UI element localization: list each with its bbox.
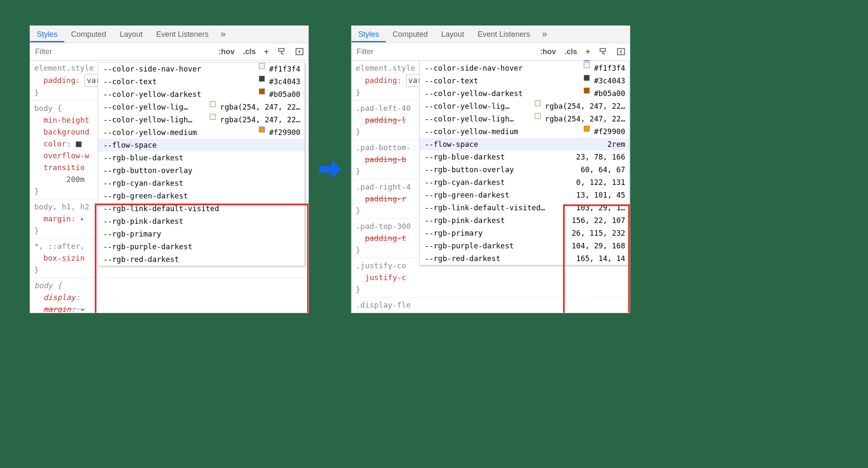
prop[interactable]: margin	[44, 305, 71, 313]
prop[interactable]: background	[44, 127, 89, 136]
autocomplete-popup[interactable]: --color-side-nav-hover#f1f3f4--color-tex…	[98, 62, 305, 266]
suggestion-item[interactable]: --rgb-link-default-visited	[98, 202, 305, 215]
prop[interactable]: justify-c	[365, 273, 407, 282]
suggestion-value: rgba(254, 247, 22…	[217, 114, 300, 126]
filter-input[interactable]	[30, 45, 214, 59]
prop[interactable]: color	[44, 139, 66, 148]
suggestion-item[interactable]: --rgb-button-overlay	[98, 164, 305, 177]
add-rule-button[interactable]: +	[581, 45, 594, 59]
suggestion-value: rgba(254, 247, 22…	[541, 113, 625, 125]
devtools-panel-left: Styles Computed Layout Event Listeners »…	[30, 25, 309, 313]
suggestion-item[interactable]: --rgb-purple-darkest	[98, 240, 305, 253]
selector: .display-fle	[356, 300, 411, 309]
filter-input[interactable]	[352, 45, 536, 59]
paint-icon[interactable]	[594, 44, 612, 59]
suggestion-item[interactable]: --color-yellow-ligh…rgba(254, 247, 22…	[420, 113, 629, 125]
cls-button[interactable]: .cls	[239, 45, 260, 59]
suggestion-item[interactable]: --color-yellow-medium#f29900	[420, 125, 629, 138]
suggestion-item[interactable]: --flow-space	[98, 139, 305, 151]
color-swatch[interactable]	[76, 141, 82, 147]
tab-event-listeners[interactable]: Event Listeners	[471, 27, 537, 42]
suggestion-item[interactable]: --rgb-pink-darkest	[98, 215, 305, 228]
hov-button[interactable]: :hov	[536, 45, 560, 59]
suggestion-value: #f29900	[591, 126, 625, 138]
suggestion-item[interactable]: --color-yellow-darkest#b05a00	[98, 88, 305, 101]
tab-bar: Styles Computed Layout Event Listeners »	[352, 26, 630, 43]
suggestion-name: --rgb-red-darkest	[103, 253, 300, 265]
brace-close: }	[356, 167, 360, 176]
suggestion-value: #f1f3f4	[266, 63, 300, 75]
suggestion-value: 2rem	[604, 138, 625, 150]
suggestion-item[interactable]: --rgb-button-overlay60, 64, 67	[420, 163, 629, 176]
suggestion-item[interactable]: --rgb-green-darkest13, 101, 45	[420, 189, 629, 201]
add-rule-button[interactable]: +	[260, 45, 273, 59]
suggestion-item[interactable]: --rgb-blue-darkest23, 78, 166	[420, 151, 629, 163]
suggestion-name: --rgb-pink-darkest	[103, 215, 300, 227]
tab-layout[interactable]: Layout	[113, 27, 149, 42]
suggestion-item[interactable]: --rgb-pink-darkest156, 22, 107	[420, 214, 629, 227]
prop[interactable]: box-sizin	[44, 253, 85, 262]
suggestion-item[interactable]: --color-yellow-medium#f29900	[98, 126, 305, 139]
selector: element.style {	[356, 63, 425, 72]
brace-close: }	[34, 187, 39, 195]
prop-padding[interactable]: padding	[365, 76, 397, 85]
selector: .pad-left-40	[356, 104, 411, 113]
suggestion-item[interactable]: --rgb-link-default-visited…103, 29, 1…	[420, 201, 629, 214]
cls-button[interactable]: .cls	[560, 45, 581, 59]
tab-computed[interactable]: Computed	[64, 27, 113, 42]
suggestion-item[interactable]: --color-side-nav-hover#f1f3f4	[98, 63, 305, 75]
suggestion-item[interactable]: --rgb-green-darkest	[98, 190, 305, 202]
styles-toolbar: :hov .cls +	[352, 43, 630, 61]
suggestion-item[interactable]: --rgb-red-darkest165, 14, 14	[420, 252, 629, 265]
suggestion-item[interactable]: --rgb-cyan-darkest	[98, 177, 305, 190]
suggestion-item[interactable]: --color-yellow-darkest#b05a00	[420, 87, 629, 100]
prop[interactable]: display	[44, 293, 76, 302]
suggestion-value: #b05a00	[266, 88, 300, 100]
suggestion-item[interactable]: --rgb-cyan-darkest0, 122, 131	[420, 176, 629, 189]
suggestion-item[interactable]: --color-text#3c4043	[420, 74, 629, 87]
tab-computed[interactable]: Computed	[386, 27, 434, 42]
svg-rect-0	[296, 49, 303, 55]
prop-padding[interactable]: padding	[44, 76, 76, 85]
suggestion-item[interactable]: --color-yellow-lig…rgba(254, 247, 22…	[98, 101, 305, 113]
hov-button[interactable]: :hov	[214, 45, 239, 59]
tab-styles[interactable]: Styles	[352, 27, 386, 42]
tab-layout[interactable]: Layout	[434, 27, 471, 42]
suggestion-item[interactable]: --rgb-primary26, 115, 232	[420, 227, 629, 240]
panel-toggle-icon[interactable]	[612, 44, 630, 59]
prop[interactable]: padding-t	[365, 234, 407, 242]
suggestion-item[interactable]: --rgb-blue-darkest	[98, 151, 305, 164]
suggestion-value: #f29900	[266, 127, 300, 138]
prop[interactable]: padding-b	[365, 155, 407, 164]
suggestion-value: #f1f3f4	[591, 62, 625, 74]
prop[interactable]: padding-l	[365, 116, 407, 124]
rule-body-ua: body { display: margin: ▸	[30, 278, 308, 313]
suggestion-item[interactable]: --color-text#3c4043	[98, 75, 305, 88]
suggestion-item[interactable]: --rgb-primary	[98, 228, 305, 240]
color-swatch	[259, 88, 265, 94]
tabs-more-icon[interactable]: »	[215, 29, 231, 40]
suggestion-item[interactable]: --flow-space2rem	[420, 138, 629, 151]
color-swatch	[584, 126, 590, 132]
suggestion-item[interactable]: --rgb-red-darkest	[98, 253, 305, 266]
paint-icon[interactable]	[273, 44, 291, 59]
panel-toggle-icon[interactable]	[291, 44, 308, 59]
brace-close: }	[34, 265, 39, 274]
suggestion-value: 60, 64, 67	[577, 164, 625, 176]
suggestion-item[interactable]: --color-yellow-lig…rgba(254, 247, 22…	[420, 100, 629, 113]
prop[interactable]: min-height	[44, 116, 89, 124]
arrow-icon	[317, 157, 343, 182]
suggestion-item[interactable]: --color-yellow-ligh…rgba(254, 247, 22…	[98, 113, 305, 126]
prop[interactable]: overflow-w	[44, 151, 89, 160]
suggestion-item[interactable]: --rgb-purple-darkest104, 29, 168	[420, 240, 629, 252]
autocomplete-popup[interactable]: #1a73e8--color-side-nav-hover#f1f3f4--co…	[419, 61, 630, 265]
tab-event-listeners[interactable]: Event Listeners	[149, 27, 215, 42]
tab-styles[interactable]: Styles	[30, 27, 64, 42]
prop[interactable]: transitio	[44, 163, 85, 172]
prop[interactable]: padding-r	[365, 194, 407, 203]
svg-rect-1	[618, 49, 625, 55]
suggestion-item[interactable]: --color-side-nav-hover#f1f3f4	[420, 62, 629, 74]
prop[interactable]: margin	[44, 214, 71, 223]
tabs-more-icon[interactable]: »	[537, 29, 552, 40]
brace-close: }	[356, 245, 360, 254]
